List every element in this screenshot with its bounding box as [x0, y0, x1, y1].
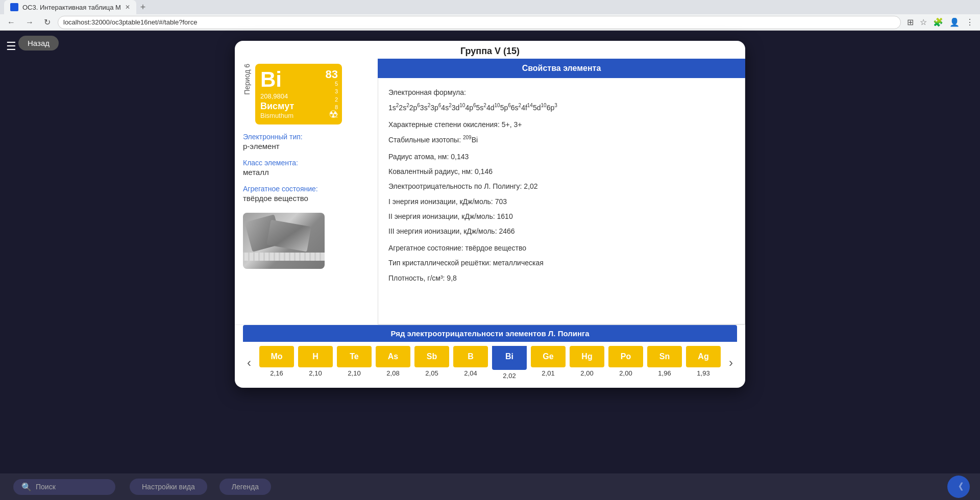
- eneg-symbol-box: Sn: [647, 346, 682, 367]
- search-icon: 🔍: [21, 482, 32, 492]
- eneg-element-po[interactable]: Po2,00: [608, 346, 643, 380]
- tab-title: ОС3. Интерактивная таблица М: [22, 4, 121, 11]
- state-prop: Агрегатное состояние: твёрдое вещество: [243, 185, 370, 203]
- electron-type-value: р-элемент: [243, 142, 370, 151]
- eneg-value: 2,05: [425, 369, 438, 377]
- properties-panel: Свойства элемента Электронная формула: 1…: [378, 59, 745, 324]
- new-tab-button[interactable]: +: [136, 2, 150, 13]
- reload-button[interactable]: ↻: [41, 15, 54, 29]
- eneg-value: 2,00: [580, 369, 593, 377]
- eneg-element-ag[interactable]: Ag1,93: [686, 346, 721, 380]
- crystal-prop: Тип кристаллической решётки: металлическ…: [388, 257, 734, 269]
- state-label: Агрегатное состояние:: [243, 185, 370, 193]
- eneg-element-sn[interactable]: Sn1,96: [647, 346, 682, 380]
- eneg-row-container: ‹ Mo2,16H2,10Te2,10As2,08Sb2,05B2,04Bi2,…: [235, 342, 745, 388]
- main-panel: Группа V (15) Период 6 Bi 83 5 3 2 8: [235, 41, 745, 388]
- extensions-icon[interactable]: 🧩: [931, 15, 945, 29]
- group-title: Группа V (15): [460, 46, 520, 56]
- period-label-container: Период 6 Bi 83 5 3 2 8 2 208,9804: [243, 64, 370, 124]
- eneg-element-sb[interactable]: Sb2,05: [414, 346, 449, 380]
- eneg-symbol-box: As: [376, 346, 410, 367]
- properties-content[interactable]: Электронная формула: 1s22s22p63s23p64s23…: [378, 78, 745, 324]
- eneg-value: 2,08: [386, 369, 399, 377]
- eneg-symbol-box: Bi: [492, 346, 527, 370]
- eneg-symbol-box: Ag: [686, 346, 721, 367]
- electron-type-label: Электронный тип:: [243, 133, 370, 141]
- element-name-ru: Висмут: [260, 101, 337, 112]
- eneg-elements: Mo2,16H2,10Te2,10As2,08Sb2,05B2,04Bi2,02…: [259, 346, 721, 380]
- class-value: металл: [243, 168, 370, 177]
- back-nav-button[interactable]: ←: [4, 16, 18, 29]
- element-symbol: Bi: [260, 67, 282, 91]
- properties-header: Свойства элемента: [378, 59, 745, 78]
- eneg-value: 1,93: [697, 369, 709, 377]
- tab-favicon: [10, 3, 18, 11]
- oxidation-prop: Характерные степени окисления: 5+, 3+: [388, 118, 734, 131]
- element-card[interactable]: Bi 83 5 3 2 8 2 208,9804 Висмут Bismuthu…: [255, 64, 342, 124]
- search-container[interactable]: 🔍 Поиск: [13, 479, 115, 495]
- ionization3-prop: III энергия ионизации, кДж/моль: 2466: [388, 225, 734, 238]
- isotopes-prop: Стабильные изотопы: 209Bi: [388, 133, 734, 146]
- browser-icons: ⊞ ☆ 🧩 👤 ⋮: [905, 15, 976, 29]
- eneg-symbol-box: Sb: [414, 346, 449, 367]
- eneg-element-ge[interactable]: Ge2,01: [531, 346, 566, 380]
- back-button[interactable]: Назад: [18, 36, 59, 51]
- eneg-symbol-box: H: [298, 346, 333, 367]
- back-label: Назад: [28, 39, 50, 47]
- active-tab[interactable]: ОС3. Интерактивная таблица М ✕: [4, 0, 136, 14]
- class-label: Класс элемента:: [243, 159, 370, 167]
- element-image-inner: [243, 213, 325, 269]
- eneg-value: 1,96: [658, 369, 671, 377]
- eneg-value: 2,00: [619, 369, 632, 377]
- tab-bar: ОС3. Интерактивная таблица М ✕ +: [0, 0, 980, 14]
- page-content: ☰ Назад Группа V (15) Период 6 Bi 83 5: [0, 31, 980, 500]
- eneg-symbol-box: B: [453, 346, 488, 367]
- eneg-value: 2,16: [270, 369, 283, 377]
- class-prop: Класс элемента: металл: [243, 159, 370, 177]
- eneg-symbol-box: Te: [337, 346, 372, 367]
- settings-button[interactable]: Настройки вида: [130, 479, 207, 495]
- group-header: Группа V (15): [235, 41, 745, 59]
- menu-icon[interactable]: ⋮: [964, 15, 976, 29]
- eneg-element-h[interactable]: H2,10: [298, 346, 333, 380]
- radioactive-icon: ☢: [329, 108, 338, 120]
- eneg-value: 2,10: [348, 369, 360, 377]
- electronegativity-prop: Электроотрицательность по Л. Полингу: 2,…: [388, 180, 734, 193]
- top-section: Период 6 Bi 83 5 3 2 8 2 208,9804: [235, 59, 745, 324]
- eneg-title: Ряд электроотрицательности элементов Л. …: [390, 329, 589, 338]
- eneg-header: Ряд электроотрицательности элементов Л. …: [243, 325, 737, 342]
- eneg-element-as[interactable]: As2,08: [376, 346, 410, 380]
- eneg-value: 2,01: [542, 369, 554, 377]
- period-label: Период 6: [243, 64, 251, 100]
- double-left-chevron-icon: 《: [954, 481, 963, 493]
- eneg-element-mo[interactable]: Mo2,16: [259, 346, 294, 380]
- forward-nav-button[interactable]: →: [22, 16, 37, 29]
- eneg-element-bi[interactable]: Bi2,02: [492, 346, 527, 380]
- bookmark-icon[interactable]: ☆: [918, 15, 929, 29]
- eneg-element-b[interactable]: B2,04: [453, 346, 488, 380]
- ionization2-prop: II энергия ионизации, кДж/моль: 1610: [388, 210, 734, 223]
- electron-formula-label: Электронная формула:: [388, 86, 734, 99]
- eneg-value: 2,02: [503, 372, 516, 380]
- search-placeholder: Поиск: [36, 483, 56, 491]
- electron-type-prop: Электронный тип: р-элемент: [243, 133, 370, 151]
- eneg-symbol-box: Hg: [570, 346, 604, 367]
- eneg-prev-button[interactable]: ‹: [243, 354, 255, 372]
- translate-icon[interactable]: ⊞: [905, 15, 916, 29]
- eneg-element-te[interactable]: Te2,10: [337, 346, 372, 380]
- radius-prop: Радиус атома, нм: 0,143: [388, 151, 734, 163]
- ionization1-prop: I энергия ионизации, кДж/моль: 703: [388, 195, 734, 208]
- scroll-right-button[interactable]: 《: [947, 476, 970, 498]
- element-number: 83: [326, 68, 338, 81]
- bottom-toolbar: 🔍 Поиск Настройки вида Легенда 《: [0, 473, 980, 500]
- element-mass: 208,9804: [260, 92, 337, 100]
- state-value: твёрдое вещество: [243, 194, 370, 203]
- element-name-lat: Bismuthum: [260, 112, 337, 119]
- eneg-next-button[interactable]: ›: [725, 354, 737, 372]
- browser-chrome: ОС3. Интерактивная таблица М ✕ + ← → ↻ ⊞…: [0, 0, 980, 31]
- address-input[interactable]: [58, 16, 901, 29]
- legend-button[interactable]: Легенда: [219, 479, 271, 495]
- eneg-element-hg[interactable]: Hg2,00: [570, 346, 604, 380]
- tab-close-button[interactable]: ✕: [125, 4, 130, 11]
- profile-icon[interactable]: 👤: [947, 15, 962, 29]
